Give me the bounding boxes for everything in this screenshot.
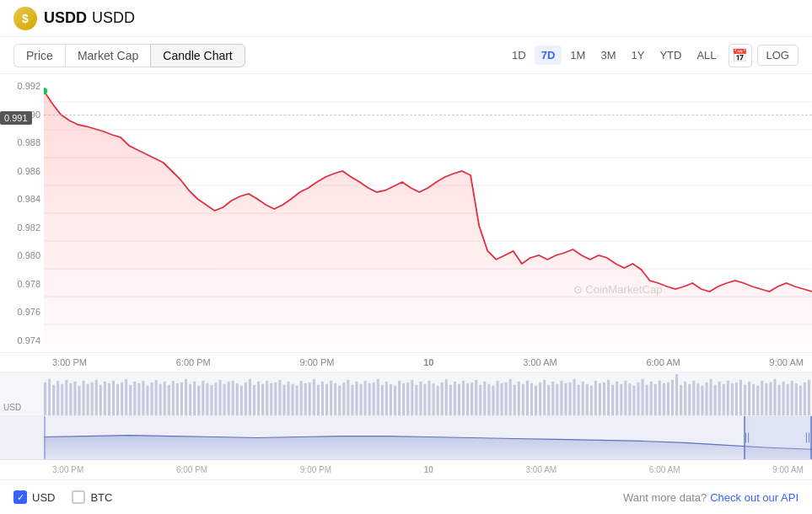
svg-rect-139 [590,386,593,415]
svg-rect-42 [176,383,179,415]
x-label-6: 9:00 AM [770,357,804,367]
svg-rect-196 [748,433,749,443]
svg-rect-93 [394,386,396,415]
usd-check-mark: ✓ [17,493,24,502]
time-1m[interactable]: 1M [563,46,592,65]
svg-rect-86 [364,381,367,415]
svg-rect-105 [445,379,448,415]
header: $ USDD USDD [0,0,812,37]
svg-rect-85 [360,384,363,415]
mini-x-label-3: 10 [424,465,433,474]
svg-rect-150 [637,383,639,415]
btc-option[interactable]: BTC [72,490,112,504]
svg-rect-91 [385,382,388,415]
svg-rect-129 [547,385,550,415]
svg-rect-62 [261,384,264,415]
svg-rect-148 [628,383,631,415]
svg-rect-156 [663,383,665,415]
svg-rect-193 [744,416,745,459]
svg-rect-19 [78,386,80,415]
svg-rect-165 [701,386,703,415]
svg-rect-26 [108,383,110,415]
y-label-6: 0.980 [3,250,40,260]
svg-rect-197 [809,433,809,443]
usd-option[interactable]: ✓ USD [13,490,55,504]
svg-rect-28 [116,384,119,415]
svg-rect-158 [671,380,674,415]
svg-rect-87 [368,383,371,415]
mini-x-label-1: 6:00 PM [176,465,207,474]
svg-rect-168 [714,385,717,415]
svg-rect-81 [342,383,345,415]
svg-rect-33 [137,383,140,415]
time-1d[interactable]: 1D [505,46,533,65]
svg-rect-180 [765,383,767,415]
svg-rect-21 [87,384,89,415]
svg-rect-60 [253,385,255,415]
svg-rect-191 [44,416,46,459]
time-all[interactable]: ALL [690,46,723,65]
svg-rect-37 [155,380,158,415]
svg-rect-47 [197,386,200,415]
svg-rect-132 [560,381,562,415]
x-label-1: 6:00 PM [176,357,211,367]
svg-rect-108 [458,384,460,415]
svg-rect-99 [419,382,422,415]
usd-checkbox[interactable]: ✓ [13,490,27,504]
svg-rect-114 [483,382,486,415]
tab-candle-chart[interactable]: Candle Chart [150,44,245,67]
svg-rect-171 [727,381,729,415]
svg-rect-127 [539,383,541,415]
api-link[interactable]: Check out our API [710,491,799,504]
svg-rect-95 [402,383,405,415]
toolbar: Price Market Cap Candle Chart 1D 7D 1M 3… [0,37,812,74]
svg-rect-38 [159,384,162,415]
svg-rect-124 [526,381,529,415]
svg-rect-78 [330,381,332,415]
tab-price[interactable]: Price [13,44,65,67]
footer: ✓ USD BTC Want more data? Check out our … [0,480,812,514]
svg-rect-166 [705,383,707,415]
svg-rect-128 [543,380,546,415]
svg-rect-31 [129,385,132,415]
svg-rect-145 [616,382,618,415]
svg-rect-120 [509,379,512,415]
svg-rect-173 [735,383,738,415]
time-7d[interactable]: 7D [535,46,562,65]
time-3m[interactable]: 3M [594,46,622,65]
svg-rect-48 [202,381,204,415]
svg-rect-52 [219,380,222,415]
usd-label-text: USD [32,491,55,504]
svg-rect-159 [675,374,678,415]
x-label-4: 3:00 AM [523,357,557,367]
currency-options: ✓ USD BTC [13,490,112,504]
svg-rect-163 [692,381,695,415]
mini-chart-svg [44,416,812,459]
btc-checkbox[interactable] [72,490,85,504]
svg-rect-130 [551,382,554,415]
svg-rect-192 [744,416,812,459]
svg-rect-162 [688,384,691,415]
svg-rect-75 [317,385,320,415]
svg-rect-187 [795,383,798,415]
svg-rect-151 [642,379,644,415]
svg-rect-134 [569,383,572,415]
svg-rect-27 [112,381,115,415]
svg-rect-17 [69,383,72,415]
svg-rect-88 [373,383,375,415]
calendar-icon[interactable]: 📅 [729,44,752,67]
mini-x-label-0: 3:00 PM [52,465,83,474]
svg-rect-79 [334,383,336,415]
y-label-3: 0.986 [3,166,40,176]
svg-rect-141 [599,383,601,415]
log-button[interactable]: LOG [757,45,799,66]
time-ytd[interactable]: YTD [653,46,688,65]
svg-rect-195 [745,433,746,443]
price-line [44,115,812,115]
tab-market-cap[interactable]: Market Cap [65,44,150,67]
svg-rect-32 [133,382,136,415]
time-1y[interactable]: 1Y [624,46,651,65]
x-label-5: 6:00 AM [646,357,680,367]
svg-rect-177 [752,384,755,415]
svg-rect-164 [696,383,699,415]
